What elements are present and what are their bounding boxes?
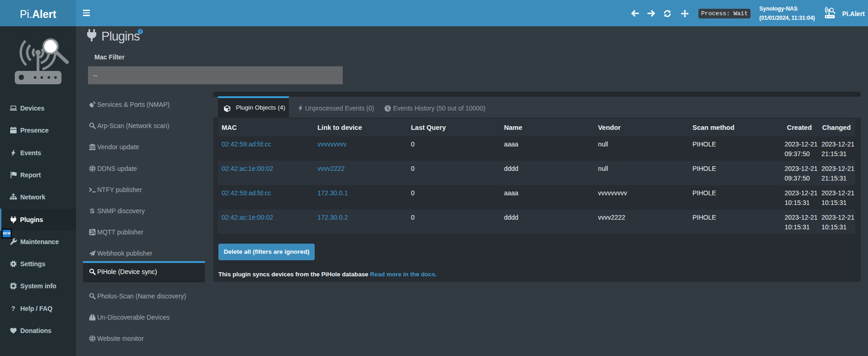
svg-text:?: ? <box>11 305 15 312</box>
svg-text:S: S <box>90 208 94 215</box>
